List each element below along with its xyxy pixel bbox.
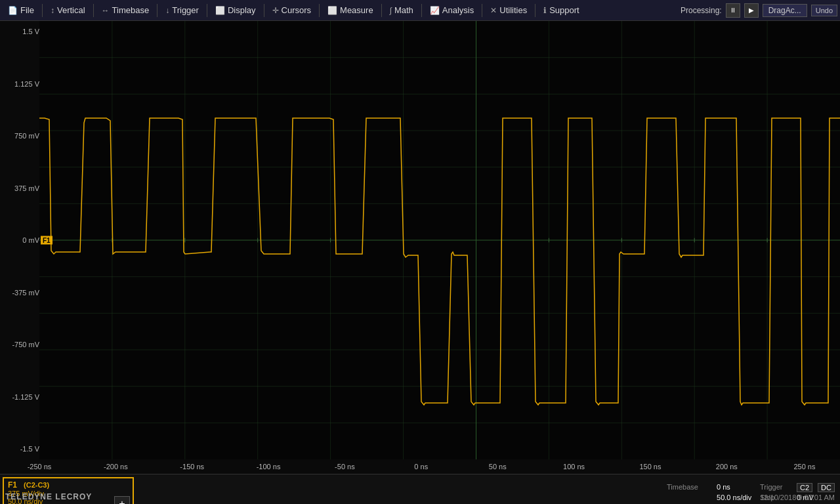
pause-button[interactable]: ⏸	[726, 3, 740, 18]
menu-timebase[interactable]: ↔ Timebase	[96, 4, 155, 16]
add-measurement-button[interactable]: +	[114, 496, 130, 504]
x-label-5: 0 ns	[414, 463, 428, 471]
math-icon: ∫	[390, 6, 392, 15]
measure-icon: ⬜	[327, 6, 337, 15]
support-icon: ℹ	[543, 6, 547, 15]
separator-6	[319, 4, 320, 17]
menu-measure[interactable]: ⬜ Measure	[322, 4, 379, 16]
processing-area: Processing: ⏸ ▶ DragAc... Undo	[681, 3, 837, 18]
menu-vertical[interactable]: ↕ Vertical	[45, 4, 91, 16]
branding: TELEDYNE LECROY	[5, 492, 92, 501]
channel-indicator: F1	[41, 236, 52, 245]
x-label-9: 200 ns	[716, 463, 738, 471]
y-label-7: -1.125 V	[3, 393, 39, 401]
file-icon: 📄	[8, 6, 18, 15]
vertical-icon: ↕	[51, 6, 54, 15]
menu-trigger[interactable]: ↓ Trigger	[160, 4, 204, 16]
trigger-icon: ↓	[165, 6, 169, 15]
channel-id: F1 (C2-C3)	[8, 480, 129, 490]
separator-5	[264, 4, 264, 17]
undo-button[interactable]: Undo	[811, 5, 837, 16]
empty-label	[667, 494, 713, 501]
menu-support[interactable]: ℹ Support	[538, 4, 585, 16]
trigger-label: Trigger	[760, 483, 793, 492]
info-row-1: Timebase 0 ns Trigger C2 DC	[667, 483, 835, 492]
separator-4	[207, 4, 207, 17]
scope-area: 1.5 V 1.125 V 750 mV 375 mV 0 mV -375 mV…	[0, 21, 840, 459]
dragac-button[interactable]: DragAc...	[763, 4, 807, 17]
analysis-icon: 📈	[430, 6, 440, 15]
x-label-0: -250 ns	[28, 463, 52, 471]
y-label-4: 0 mV	[3, 236, 39, 244]
separator-7	[381, 4, 382, 17]
y-label-8: -1.5 V	[3, 445, 39, 453]
display-icon: ⬜	[215, 6, 225, 15]
x-label-10: 250 ns	[793, 463, 815, 471]
timebase-value: 0 ns	[717, 483, 756, 492]
x-label-2: -150 ns	[180, 463, 204, 471]
x-label-4: -50 ns	[335, 463, 355, 471]
cursors-icon: ✛	[272, 6, 279, 15]
ns-div-value: 50.0 ns/div	[717, 494, 756, 501]
timebase-label: Timebase	[667, 483, 713, 492]
bottom-bar: F1 (C2-C3) 375 mV/div 50.0 ns/div + Time…	[0, 474, 840, 504]
x-label-7: 100 ns	[563, 463, 585, 471]
grid-container[interactable]: F1	[39, 21, 840, 459]
waveform-canvas[interactable]	[39, 21, 840, 459]
x-axis: -250 ns -200 ns -150 ns -100 ns -50 ns 0…	[0, 459, 840, 474]
x-label-1: -200 ns	[104, 463, 128, 471]
separator-2	[93, 4, 94, 17]
menu-utilities[interactable]: ✕ Utilities	[485, 4, 532, 16]
menu-bar: 📄 File ↕ Vertical ↔ Timebase ↓ Trigger ⬜…	[0, 0, 840, 21]
menu-display[interactable]: ⬜ Display	[210, 4, 261, 16]
y-label-1: 1.125 V	[3, 80, 39, 88]
separator-8	[421, 4, 422, 17]
x-label-8: 150 ns	[639, 463, 661, 471]
separator-10	[535, 4, 536, 17]
y-label-5: -375 mV	[3, 289, 39, 297]
x-label-6: 50 ns	[489, 463, 507, 471]
menu-math[interactable]: ∫ Math	[385, 4, 419, 16]
menu-file[interactable]: 📄 File	[3, 4, 39, 16]
separator-1	[42, 4, 43, 17]
x-label-3: -100 ns	[257, 463, 281, 471]
y-label-2: 750 mV	[3, 132, 39, 140]
timebase-icon: ↔	[102, 6, 110, 15]
y-label-6: -750 mV	[3, 341, 39, 348]
y-label-3: 375 mV	[3, 184, 39, 192]
trigger-dc-badge: DC	[818, 483, 835, 492]
utilities-icon: ✕	[490, 6, 497, 15]
menu-analysis[interactable]: 📈 Analysis	[425, 4, 479, 16]
trigger-channel-badge: C2	[797, 483, 812, 492]
separator-9	[482, 4, 482, 17]
y-label-0: 1.5 V	[3, 28, 39, 35]
separator-3	[157, 4, 158, 17]
y-axis: 1.5 V 1.125 V 750 mV 375 mV 0 mV -375 mV…	[0, 21, 39, 459]
play-button[interactable]: ▶	[744, 3, 759, 18]
datetime-display: 12/10/2018 9:07:01 AM	[760, 494, 835, 501]
processing-label: Processing:	[681, 6, 722, 15]
menu-cursors[interactable]: ✛ Cursors	[267, 4, 317, 16]
